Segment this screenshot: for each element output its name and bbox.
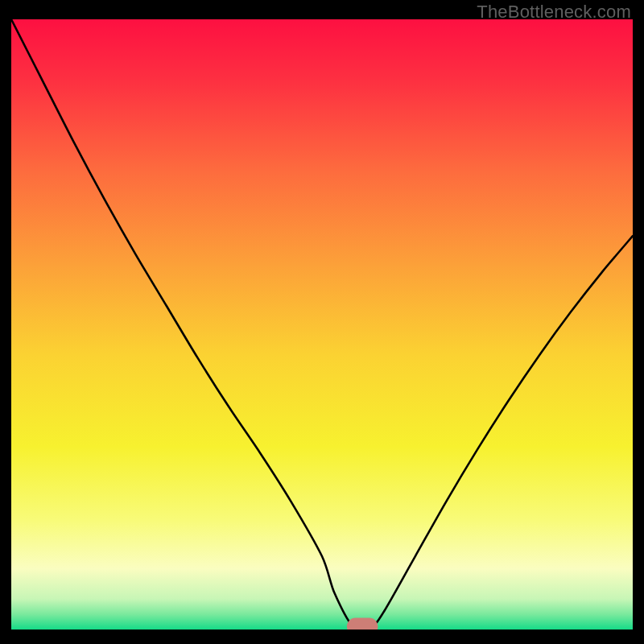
chart-svg — [11, 19, 633, 630]
chart-frame: TheBottleneck.com — [0, 0, 644, 644]
gradient-background — [11, 19, 633, 630]
plot-area — [11, 19, 633, 630]
optimal-marker-icon — [347, 618, 378, 630]
watermark-text: TheBottleneck.com — [477, 2, 631, 23]
